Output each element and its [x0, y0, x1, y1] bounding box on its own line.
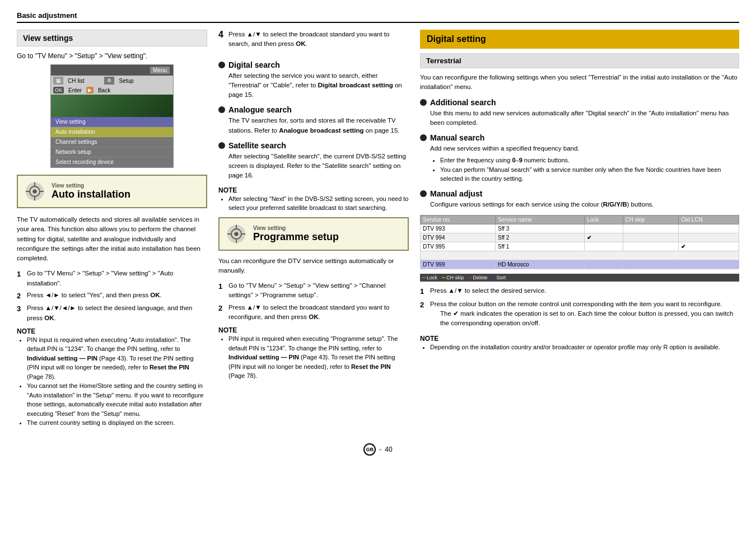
manual-adjust-body: Configure various settings for each serv…	[430, 200, 739, 209]
left-column: View settings Go to "TV Menu" > "Setup" …	[17, 30, 207, 432]
cell-empty	[421, 251, 739, 260]
additional-search-section: Additional search Use this menu to add n…	[420, 98, 739, 128]
satellite-search-dot	[218, 142, 225, 149]
view-setting-box: View setting Auto installation	[17, 175, 207, 208]
terrestrial-header: Terrestrial	[420, 53, 739, 68]
manual-adjust-heading-row: Manual adjust	[420, 189, 739, 198]
right-step-2-text: Press the colour button on the remote co…	[430, 299, 739, 331]
manual-adjust-dot	[420, 190, 427, 197]
btn-red-delete	[469, 277, 472, 278]
prog-step-2: 2 Press ▲/▼ to select the broadcast stan…	[218, 303, 409, 322]
col-ch-skip: CH skip	[623, 216, 679, 224]
analogue-search-section: Analogue search The TV searches for, sor…	[218, 105, 409, 135]
col-service-name: Service name	[495, 216, 584, 224]
right-note-section: NOTE Depending on the installation count…	[420, 335, 739, 352]
manual-search-heading-row: Manual search	[420, 133, 739, 142]
view-setting-text-block: View setting Auto installation	[52, 182, 200, 200]
programme-steps: 1 Go to "TV Menu" > "Setup" > "View sett…	[218, 281, 409, 322]
menu-item-network-setup[interactable]: Network setup	[51, 147, 173, 157]
footer-lock: Lock	[422, 275, 437, 280]
settings-icon	[25, 181, 45, 202]
right-note-title: NOTE	[420, 335, 739, 343]
lock-label: Lock	[427, 275, 437, 280]
setup-label: Setup	[119, 78, 133, 84]
mid-note-list: After selecting "Next" in the DVB-S/S2 s…	[228, 194, 409, 213]
btn-green-lock	[422, 277, 426, 278]
additional-search-body: Use this menu to add new services automa…	[430, 109, 739, 128]
mid-column: 4 Press ▲/▼ to select the broadcast stan…	[218, 30, 409, 432]
btn-yellow-chskip	[442, 277, 445, 278]
page-number: 40	[385, 446, 392, 453]
manual-search-notes: Enter the frequency using 0–9 numeric bu…	[440, 156, 739, 184]
digital-search-body: After selecting the service you want to …	[228, 71, 409, 100]
manual-search-intro: Add new services within a specified freq…	[430, 144, 739, 153]
dtv-table: Service no. Service name Lock CH skip Ol…	[420, 215, 739, 269]
terrestrial-body: You can reconfigure the following settin…	[420, 73, 739, 92]
auto-install-note: NOTE PIN input is required when executin…	[17, 327, 207, 428]
manual-adjust-heading: Manual adjust	[430, 189, 482, 198]
cell-lock	[585, 224, 623, 233]
auto-installation-heading: Auto installation	[52, 189, 200, 200]
note-list-left: PIN input is required when executing "Au…	[27, 335, 207, 428]
analogue-search-heading-row: Analogue search	[218, 105, 409, 114]
menu-top-bar: Menu	[51, 65, 173, 76]
right-step-2-subnotes: The ✔ mark indicates the operation is se…	[440, 309, 739, 329]
menu-item-select-recording-device[interactable]: Select recording device	[51, 157, 173, 167]
programme-setup-box: View setting Programme setup	[218, 217, 409, 251]
cell-name: Sff 1	[495, 242, 584, 251]
menu-nav-bar: OK Enter ▶ Back	[51, 86, 173, 95]
cell-lock	[585, 260, 623, 269]
table-row: DTV 993 Sff 3	[421, 224, 739, 233]
table-row	[421, 251, 739, 260]
back-label: Back	[98, 87, 110, 93]
col-service-no: Service no.	[421, 216, 496, 224]
programme-setup-label: View setting	[253, 225, 402, 231]
satellite-search-section: Satellite search After selecting "Satell…	[218, 141, 409, 181]
delete-label: Delete	[473, 275, 488, 280]
right-step-1: 1 Press ▲/▼ to select the desired servic…	[420, 286, 739, 297]
prog-note-list: PIN input is required when executing "Pr…	[228, 334, 409, 381]
digital-setting-header: Digital setting	[420, 30, 739, 49]
menu-item-auto-installation[interactable]: Auto installation	[51, 127, 173, 137]
satellite-search-heading-row: Satellite search	[218, 141, 409, 150]
ch-list-label: CH list	[68, 78, 84, 84]
manual-search-note-2: You can perform "Manual search" with a s…	[440, 165, 739, 184]
programme-setup-heading: Programme setup	[253, 231, 402, 243]
cell-no: DTV 994	[421, 233, 496, 242]
menu-screenshot: Menu ▦ CH list ⚙ Setup OK Enter ▶ Back	[50, 64, 174, 168]
page-header: Basic adjustment	[17, 11, 739, 23]
enter-label: Enter	[68, 87, 82, 93]
page-footer: GB - 40	[17, 443, 739, 456]
prog-step-2-text: Press ▲/▼ to select the broadcast standa…	[228, 303, 409, 322]
right-steps: 1 Press ▲/▼ to select the desired servic…	[420, 286, 739, 330]
step-3-text: Press ▲/▼/◄/► to select the desired lang…	[27, 303, 207, 323]
view-setting-icon-container	[24, 180, 46, 203]
prog-step-1: 1 Go to "TV Menu" > "Setup" > "View sett…	[218, 281, 409, 301]
prog-note-title: NOTE	[218, 326, 409, 334]
gb-label: GB	[366, 447, 374, 452]
digital-search-heading: Digital search	[228, 60, 280, 69]
table-row: DTV 995 Sff 1 ✔	[421, 242, 739, 251]
menu-item-view-setting[interactable]: View setting	[51, 117, 173, 127]
cell-oldlcn: ✔	[679, 242, 739, 251]
footer-chskip: CH skip	[442, 275, 464, 280]
cell-oldlcn	[679, 233, 739, 242]
menu-item-channel-settings[interactable]: Channel settings	[51, 137, 173, 147]
cell-chskip	[623, 224, 679, 233]
cell-chskip	[623, 260, 679, 269]
manual-search-note-1: Enter the frequency using 0–9 numeric bu…	[440, 156, 739, 165]
ok-icon: OK	[53, 87, 64, 93]
gb-circle: GB	[363, 443, 376, 456]
mid-note-title: NOTE	[218, 186, 409, 194]
note-title-left: NOTE	[17, 327, 207, 335]
menu-bg-image	[51, 95, 173, 117]
main-content: View settings Go to "TV Menu" > "Setup" …	[17, 30, 739, 432]
right-step-2-subnote-1: The ✔ mark indicates the operation is se…	[440, 309, 739, 329]
additional-search-dot	[420, 99, 427, 106]
table-row-highlighted: DTV 999 HD Morosco	[421, 260, 739, 269]
step-2-text: Press ◄/► to select "Yes", and then pres…	[27, 291, 162, 302]
menu-top-bar-right: Menu	[150, 67, 170, 74]
step-2: 2 Press ◄/► to select "Yes", and then pr…	[17, 291, 207, 302]
setup-icon: ⚙	[104, 77, 114, 85]
cell-name: Sff 2	[495, 233, 584, 242]
